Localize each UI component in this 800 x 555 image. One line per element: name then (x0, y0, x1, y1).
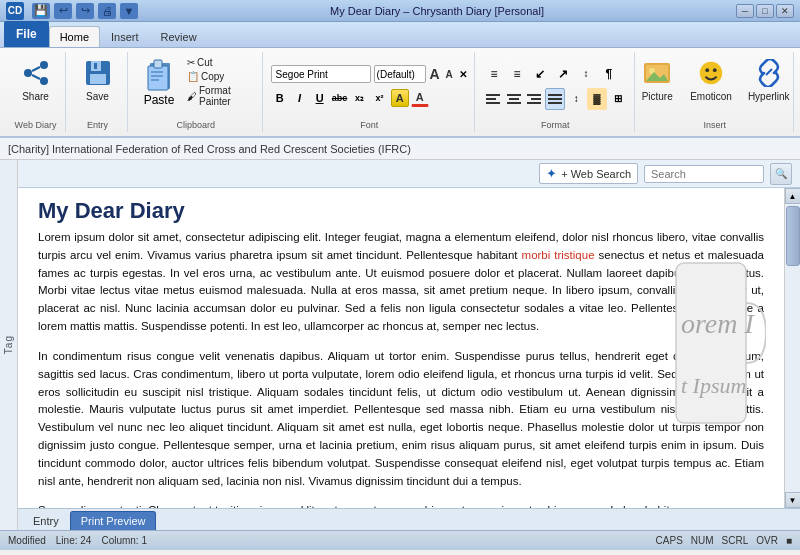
svg-rect-11 (154, 60, 162, 68)
hyperlink-button[interactable]: Hyperlink (743, 54, 795, 105)
increase-indent-button[interactable]: ↗ (552, 63, 574, 85)
svg-rect-23 (527, 102, 541, 104)
svg-rect-10 (148, 66, 168, 90)
tab-home[interactable]: Home (49, 26, 100, 47)
svg-rect-19 (509, 98, 519, 100)
svg-line-3 (32, 67, 40, 71)
numbering-button[interactable]: ≡ (506, 63, 528, 85)
borders-button[interactable]: ⊞ (608, 88, 628, 110)
line-spacing-button[interactable]: ↕ (566, 88, 586, 110)
webdiary-buttons: Share (14, 54, 58, 118)
maximize-button[interactable]: □ (756, 4, 774, 18)
scroll-up-button[interactable]: ▲ (785, 188, 801, 204)
svg-rect-24 (548, 94, 562, 96)
decrease-indent-button[interactable]: ↙ (529, 63, 551, 85)
tab-print-preview[interactable]: Print Preview (70, 511, 157, 530)
editor-scroll-content[interactable]: My Dear Diary orem I t Ipsum Lorem ipsum… (18, 188, 784, 508)
scroll-thumb[interactable] (786, 206, 800, 266)
editor-tabs: Entry Print Preview (18, 508, 800, 530)
svg-rect-26 (548, 102, 562, 104)
insert-group-label: Insert (704, 120, 727, 130)
underline-button[interactable]: U (311, 89, 329, 107)
qat-more[interactable]: ▼ (120, 3, 138, 19)
picture-button[interactable]: Picture (635, 54, 679, 105)
svg-point-31 (700, 62, 723, 85)
ovr-indicator: OVR (756, 535, 778, 546)
app-icon: CD (6, 2, 24, 20)
align-right-button[interactable] (525, 88, 545, 110)
copy-button[interactable]: 📋 Copy (184, 70, 256, 83)
strikethrough-button[interactable]: abc (331, 89, 349, 107)
align-center-button[interactable] (504, 88, 524, 110)
align-left-button[interactable] (483, 88, 503, 110)
tab-entry[interactable]: Entry (22, 511, 70, 530)
show-marks-button[interactable]: ¶ (598, 63, 620, 85)
main-area: Tag ✦ + Web Search 🔍 My Dear Diary (0, 160, 800, 530)
italic-button[interactable]: I (291, 89, 309, 107)
search-input[interactable] (644, 165, 764, 183)
search-star-icon: ✦ (546, 166, 557, 181)
clipboard-content: Paste ✂ Cut 📋 Copy 🖌 Format Painter (136, 54, 256, 118)
tab-insert[interactable]: Insert (100, 26, 150, 47)
subscript-button[interactable]: x₂ (351, 89, 369, 107)
ribbon-group-paragraph: ≡ ≡ ↙ ↗ ↕ ¶ ↕ (477, 52, 635, 132)
bullets-button[interactable]: ≡ (483, 63, 505, 85)
title-bar-left: CD 💾 ↩ ↪ 🖨 ▼ (6, 2, 138, 20)
search-go-button[interactable]: 🔍 (770, 163, 792, 185)
tab-review[interactable]: Review (150, 26, 208, 47)
qat-save[interactable]: 💾 (32, 3, 50, 19)
scrollbar[interactable]: ▲ ▼ (784, 188, 800, 508)
editor-scroll-area: My Dear Diary orem I t Ipsum Lorem ipsum… (18, 188, 800, 508)
scroll-down-button[interactable]: ▼ (785, 492, 801, 508)
svg-rect-25 (548, 98, 562, 100)
tab-file[interactable]: File (4, 21, 49, 47)
editor-title: My Dear Diary (18, 188, 784, 229)
qat-print[interactable]: 🖨 (98, 3, 116, 19)
svg-rect-22 (531, 98, 541, 100)
entry-group-label: Entry (87, 120, 108, 130)
cut-button[interactable]: ✂ Cut (184, 56, 256, 69)
font-name-input[interactable] (271, 65, 371, 83)
paste-button[interactable]: Paste (136, 54, 182, 110)
font-size-input[interactable] (374, 65, 426, 83)
format-painter-icon: 🖌 (187, 91, 197, 102)
web-search-button[interactable]: ✦ + Web Search (539, 163, 638, 184)
shrink-font-button[interactable]: A (444, 65, 455, 83)
save-icon (82, 57, 114, 89)
format-painter-button[interactable]: 🖌 Format Painter (184, 84, 256, 108)
path-bar: [Charity] International Federation of Re… (0, 138, 800, 160)
web-search-label: + Web Search (561, 168, 631, 180)
qat-undo[interactable]: ↩ (54, 3, 72, 19)
svg-rect-8 (94, 63, 97, 69)
svg-line-4 (32, 75, 40, 79)
editor-area: ✦ + Web Search 🔍 My Dear Diary orem I (18, 160, 800, 530)
ribbon-group-font: A A ✕ B I U abc x₂ x² A A Font (265, 52, 475, 132)
scroll-track[interactable] (785, 204, 800, 492)
copy-icon: 📋 (187, 71, 199, 82)
justify-button[interactable] (545, 88, 565, 110)
tag-sidebar[interactable]: Tag (0, 160, 18, 530)
minimize-button[interactable]: ─ (736, 4, 754, 18)
paste-label: Paste (144, 93, 175, 107)
qat-redo[interactable]: ↪ (76, 3, 94, 19)
sort-button[interactable]: ↕ (575, 63, 597, 85)
svg-text:orem I: orem I (681, 308, 756, 339)
share-button[interactable]: Share (14, 54, 58, 105)
svg-point-32 (705, 68, 709, 72)
save-button[interactable]: Save (76, 54, 120, 105)
clipboard-group-label: Clipboard (177, 120, 216, 130)
font-color-button[interactable]: A (411, 89, 429, 107)
block-indicator: ■ (786, 535, 792, 546)
insert-buttons: Picture Emoticon (635, 54, 794, 118)
close-button[interactable]: ✕ (776, 4, 794, 18)
clear-format-button[interactable]: ✕ (457, 65, 468, 83)
grow-font-button[interactable]: A (429, 65, 441, 83)
paragraph-1: Lorem ipsum dolor sit amet, consectetur … (38, 229, 764, 336)
entry-buttons: Save (76, 54, 120, 118)
bold-button[interactable]: B (271, 89, 289, 107)
highlight-button[interactable]: A (391, 89, 409, 107)
emoticon-button[interactable]: Emoticon (685, 54, 737, 105)
shading-button[interactable]: ▓ (587, 88, 607, 110)
superscript-button[interactable]: x² (371, 89, 389, 107)
tag-label: Tag (3, 335, 14, 354)
